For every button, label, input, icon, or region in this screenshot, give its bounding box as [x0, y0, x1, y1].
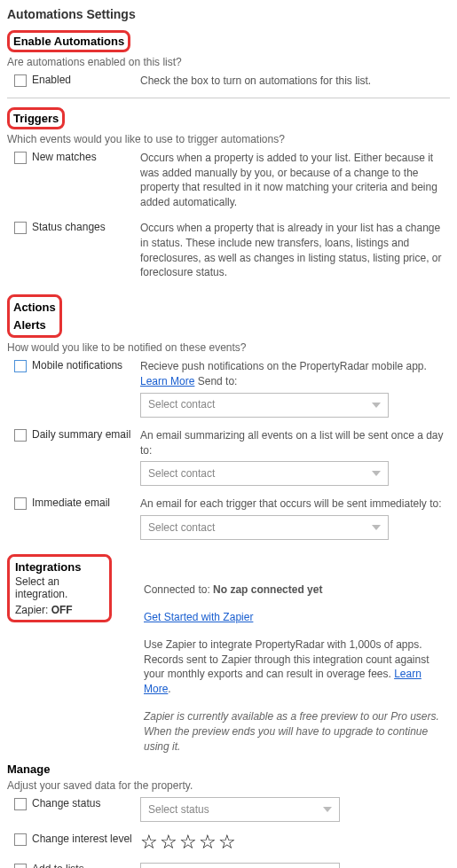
- mobile-notifications-text: Recieve push notifications on the Proper…: [140, 360, 427, 387]
- manage-section: Manage Adjust your saved data for the pr…: [7, 762, 450, 868]
- interest-stars[interactable]: ☆ ☆ ☆ ☆ ☆: [140, 833, 450, 852]
- triggers-heading: Triggers: [13, 112, 59, 125]
- chevron-down-icon: [372, 525, 381, 530]
- status-changes-text: Occurs when a property that is already i…: [140, 221, 450, 280]
- star-icon[interactable]: ☆: [199, 833, 217, 852]
- change-status-placeholder: Select status: [148, 802, 209, 817]
- integrations-section: Integrations Select an integration. Zapi…: [7, 554, 450, 754]
- get-started-zapier-link[interactable]: Get Started with Zapier: [144, 611, 253, 623]
- actions-highlight: Actions Alerts: [7, 294, 62, 338]
- daily-contact-select[interactable]: Select contact: [140, 461, 389, 486]
- triggers-desc: Which events would you like to use to tr…: [7, 133, 450, 145]
- daily-email-text: An email summarizing all events on a lis…: [140, 429, 444, 457]
- status-changes-label: Status changes: [32, 221, 106, 233]
- enabled-checkbox[interactable]: [14, 74, 27, 87]
- daily-contact-placeholder: Select contact: [148, 466, 215, 481]
- enabled-label: Enabled: [32, 74, 71, 86]
- change-status-checkbox[interactable]: [14, 798, 27, 810]
- enable-automations-section: Enable Automations Are automations enabl…: [7, 30, 450, 98]
- immediate-contact-select[interactable]: Select contact: [140, 515, 389, 540]
- mobile-contact-placeholder: Select contact: [148, 397, 215, 412]
- immediate-email-checkbox[interactable]: [14, 497, 27, 510]
- manage-heading: Manage: [7, 762, 450, 776]
- new-matches-checkbox[interactable]: [14, 152, 27, 164]
- divider: [7, 98, 450, 98]
- mobile-notifications-checkbox[interactable]: [14, 360, 27, 372]
- alerts-heading: Alerts: [13, 318, 46, 332]
- integrations-heading: Integrations: [15, 560, 104, 574]
- mobile-contact-select[interactable]: Select contact: [140, 393, 389, 418]
- zapier-preview-note: Zapier is currently available as a free …: [144, 709, 450, 754]
- page-title: Automations Settings: [7, 7, 450, 21]
- change-status-select[interactable]: Select status: [140, 797, 340, 822]
- change-status-label: Change status: [32, 797, 100, 809]
- actions-desc: How would you like to be notified on the…: [7, 341, 450, 354]
- zapier-state: OFF: [51, 604, 73, 616]
- connected-to-value: No zap connected yet: [213, 583, 322, 596]
- immediate-email-label: Immediate email: [32, 497, 110, 509]
- star-icon[interactable]: ☆: [218, 833, 236, 852]
- enabled-help-text: Check the box to turn on automations for…: [140, 74, 450, 89]
- zapier-label: Zapier:: [15, 604, 51, 616]
- add-to-lists-checkbox[interactable]: [14, 864, 27, 868]
- new-matches-text: Occurs when a property is added to your …: [140, 151, 450, 210]
- change-interest-label: Change interest level: [32, 833, 132, 845]
- integrations-sub: Select an integration.: [15, 575, 104, 600]
- mobile-learn-more-link[interactable]: Learn More: [140, 375, 194, 387]
- enable-automations-desc: Are automations enabled on this list?: [7, 56, 450, 68]
- immediate-contact-placeholder: Select contact: [148, 520, 215, 536]
- chevron-down-icon: [372, 471, 381, 476]
- enable-automations-heading: Enable Automations: [13, 35, 124, 48]
- chevron-down-icon: [323, 807, 332, 812]
- triggers-highlight: Triggers: [7, 107, 65, 129]
- connected-to-label: Connected to:: [144, 583, 213, 596]
- daily-email-label: Daily summary email: [32, 428, 130, 441]
- mobile-notifications-label: Mobile notifications: [32, 359, 122, 371]
- immediate-email-text: An email for each trigger that occurs wi…: [140, 497, 441, 510]
- triggers-section: Triggers Which events would you like to …: [7, 107, 450, 285]
- new-matches-label: New matches: [32, 151, 97, 163]
- enable-automations-highlight: Enable Automations: [7, 30, 130, 52]
- star-icon[interactable]: ☆: [160, 833, 177, 852]
- add-to-lists-label: Add to lists: [32, 863, 84, 868]
- daily-email-checkbox[interactable]: [14, 429, 27, 442]
- integrations-highlight: Integrations Select an integration. Zapi…: [7, 554, 112, 622]
- status-changes-checkbox[interactable]: [14, 222, 27, 234]
- change-interest-checkbox[interactable]: [14, 833, 27, 846]
- star-icon[interactable]: ☆: [140, 833, 158, 852]
- zapier-body-text: Use Zapier to integrate PropertyRadar wi…: [144, 637, 450, 697]
- chevron-down-icon: [372, 403, 381, 408]
- actions-section: Actions Alerts How would you like to be …: [7, 294, 450, 545]
- star-icon[interactable]: ☆: [179, 833, 197, 852]
- add-to-lists-select[interactable]: [140, 863, 340, 868]
- actions-heading: Actions: [13, 301, 56, 314]
- manage-desc: Adjust your saved data for the property.: [7, 779, 450, 792]
